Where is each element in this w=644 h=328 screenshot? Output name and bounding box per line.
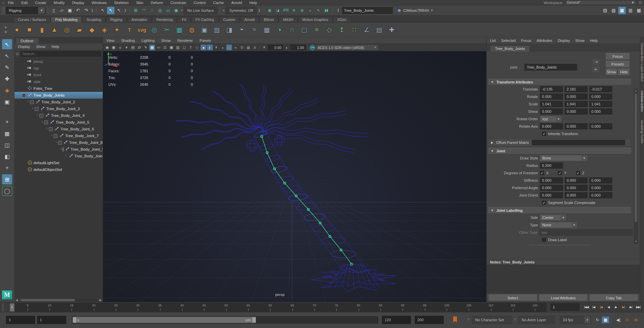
user-account-menu[interactable]: ☻ CWilson7RR4X ▼ xyxy=(397,8,435,13)
focus-button[interactable]: Focus xyxy=(606,53,630,60)
shelf-button[interactable]: ▦ xyxy=(261,24,272,35)
view-transform-dropdown[interactable]: ACES 1.0 SDR-video (sRGB) ▼ xyxy=(316,45,379,50)
outliner-item[interactable]: └ defaultLi xyxy=(15,159,103,166)
tool-button[interactable]: ↖ xyxy=(2,39,12,49)
menubar-item[interactable]: Display xyxy=(72,1,84,5)
range-start-handle[interactable] xyxy=(73,317,76,323)
attribute-editor-menu-item[interactable]: List xyxy=(490,39,496,43)
shelf-button[interactable]: ▢ xyxy=(299,24,310,35)
outliner-item[interactable]: └ - Tree_Bod xyxy=(15,139,103,146)
animation-preferences-icon[interactable]: ⊙ xyxy=(623,317,631,323)
shelf-button[interactable]: ▤ xyxy=(374,24,385,35)
attribute-value-x[interactable] xyxy=(540,94,563,100)
outliner-item[interactable]: └ - Tree_Bod xyxy=(15,112,103,119)
shelf-button[interactable]: ◍ xyxy=(186,24,197,35)
viewport-toolbar-icon[interactable]: ◌ xyxy=(226,45,232,50)
outliner-item[interactable]: └ - Tree_Bod xyxy=(15,105,103,112)
layout-button[interactable]: ⊞ xyxy=(2,174,12,184)
shelf-button[interactable]: ● xyxy=(11,24,22,35)
attribute-value-x[interactable] xyxy=(540,101,563,107)
expand-collapse-icon[interactable]: - xyxy=(30,100,34,104)
attribute-value-y[interactable] xyxy=(565,185,588,191)
go-to-end-button[interactable]: ▶▶| xyxy=(635,303,642,311)
time-editor-mute-icon[interactable]: ▦ xyxy=(602,317,609,323)
attribute-editor-node-tab[interactable]: Tree_Body_Joints xyxy=(490,45,530,52)
shelf-tab[interactable]: Bifrost xyxy=(259,17,278,22)
outliner-item[interactable]: └ - Tree_Bod xyxy=(15,119,103,126)
snap-to-grid-icon[interactable]: ⊞ xyxy=(132,7,139,14)
character-set-dropdown[interactable]: No Character Set xyxy=(472,316,512,324)
menubar-item[interactable]: Create xyxy=(35,1,46,5)
animation-start-field[interactable] xyxy=(6,316,35,324)
menubar-item[interactable]: File xyxy=(8,1,14,5)
save-scene-icon[interactable]: ▣ xyxy=(66,7,74,14)
character-controls-toggle-icon[interactable]: ▧ xyxy=(610,7,617,14)
exposure-field[interactable]: 0.00 xyxy=(268,45,283,50)
offset-parent-matrix-field[interactable] xyxy=(532,140,625,145)
shelf-button[interactable]: ✂ xyxy=(161,24,172,35)
attribute-value-x[interactable] xyxy=(540,86,563,92)
current-frame-field[interactable] xyxy=(550,303,579,311)
viewport-toolbar-icon[interactable]: ▾ xyxy=(124,45,129,50)
expand-collapse-icon[interactable]: - xyxy=(58,141,61,145)
render-view-icon[interactable]: ▦ xyxy=(266,7,274,14)
create-bookmark-icon[interactable] xyxy=(453,317,457,323)
shelf-button[interactable]: ∩ xyxy=(286,24,297,35)
snap-to-view-plane-icon[interactable]: ▭ xyxy=(164,7,172,14)
tool-button[interactable]: ✎ xyxy=(2,62,12,72)
tool-settings-toggle-icon[interactable]: ▥ xyxy=(627,7,634,14)
menubar-item[interactable]: Skeleton xyxy=(114,1,129,5)
exposure-icon[interactable]: ☀ xyxy=(261,45,267,50)
show-button[interactable]: Show xyxy=(606,69,617,75)
scroll-down-icon[interactable]: ▼ xyxy=(634,239,638,244)
new-scene-icon[interactable]: ▯ xyxy=(50,7,57,14)
notes-textarea[interactable] xyxy=(487,265,640,293)
outliner-item[interactable]: └ side xyxy=(15,78,103,85)
viewport-toolbar-icon[interactable]: ⊙ xyxy=(239,45,245,50)
shelf-menu[interactable]: ▼ ⚙ xyxy=(2,26,9,34)
joint-name-field[interactable] xyxy=(524,64,577,71)
type-dropdown[interactable]: None ▼ xyxy=(540,222,577,228)
shelf-button[interactable]: ≡ xyxy=(311,24,322,35)
viewport-toolbar-icon[interactable]: ✎ xyxy=(143,45,149,50)
attribute-value-z[interactable] xyxy=(589,192,612,198)
shelf-button[interactable]: ▮ xyxy=(36,24,47,35)
playback-start-field[interactable] xyxy=(37,316,66,324)
maya-home-icon[interactable]: ⌂ xyxy=(2,0,4,5)
viewport-toolbar-icon[interactable]: ▭ xyxy=(156,45,161,50)
outliner-menu-item[interactable]: Show xyxy=(36,45,46,49)
attribute-editor-menu-item[interactable]: Focus xyxy=(521,39,531,43)
chevron-down-icon[interactable]: ▾ xyxy=(181,8,183,12)
outliner-item[interactable]: └ Palm_Tree xyxy=(15,85,103,92)
range-slider-track[interactable]: 1 120 xyxy=(72,316,378,324)
shelf-tab[interactable]: Motion Graphics xyxy=(298,17,332,22)
sidebar-vertical-tab[interactable]: Channel Box / Layer Editor xyxy=(640,43,644,82)
scroll-right-icon[interactable]: ▶ xyxy=(98,299,103,302)
attribute-editor-toggle-icon[interactable]: ▦ xyxy=(618,7,626,14)
range-slider-range[interactable]: 1 120 xyxy=(73,317,256,323)
sidebar-vertical-tab[interactable]: Attribute Editor xyxy=(640,91,644,112)
snap-to-curve-icon[interactable]: ◠ xyxy=(140,7,148,14)
anim-layer-dropdown[interactable]: No Anim Layer xyxy=(519,316,555,324)
shelf-button[interactable]: ◇ xyxy=(324,24,335,35)
chevron-down-icon[interactable]: ▽ xyxy=(514,318,516,321)
radius-field[interactable] xyxy=(540,162,563,169)
viewport-toolbar-icon[interactable]: ◻ xyxy=(181,45,187,50)
render-setup-icon[interactable]: ◒ xyxy=(307,7,314,14)
section-expander-icon[interactable]: ❯ xyxy=(124,8,126,12)
chevron-down-icon[interactable]: ▾ xyxy=(223,8,225,12)
shelf-button[interactable]: ▣ xyxy=(199,24,210,35)
attribute-value-y[interactable] xyxy=(565,108,588,115)
viewport-menu-item[interactable]: Panels xyxy=(200,39,211,43)
viewport-toolbar-icon[interactable]: ▦ xyxy=(149,45,155,50)
outliner-item[interactable]: └ front xyxy=(15,72,103,78)
viewport-toolbar-icon[interactable]: ▣ xyxy=(169,45,174,50)
shelf-button[interactable]: ◆ xyxy=(86,24,97,35)
pause-viewport-icon[interactable]: ▮▮ xyxy=(323,7,330,14)
step-forward-frame-button[interactable]: ▶| xyxy=(627,303,634,311)
menubar-item[interactable]: Deform xyxy=(151,1,163,5)
tool-button[interactable]: ↖ xyxy=(2,51,12,61)
tool-button[interactable]: ▣ xyxy=(2,97,12,107)
make-live-icon[interactable]: ◉ xyxy=(173,7,180,14)
draw-label-checkbox[interactable]: ✓ xyxy=(542,238,546,242)
